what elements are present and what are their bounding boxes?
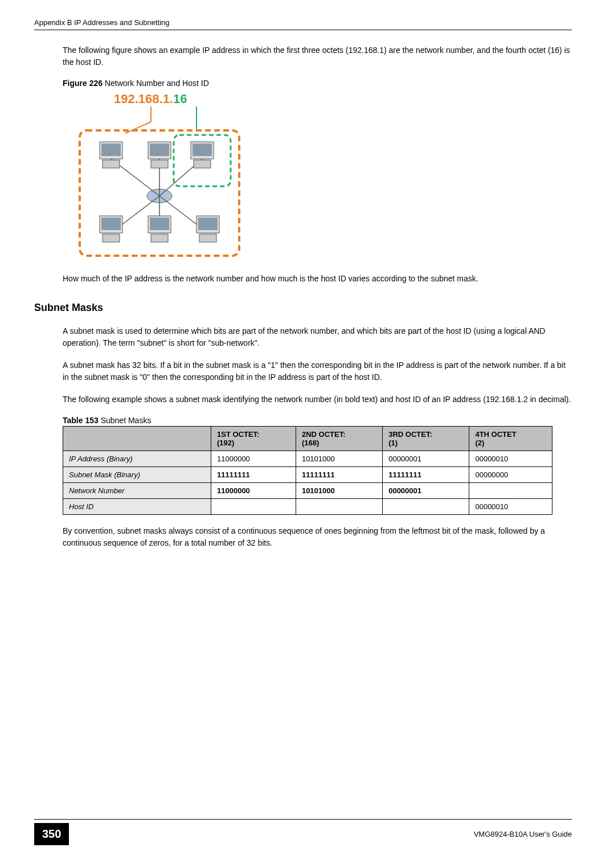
paragraph-5: The following example shows a subnet mas…	[63, 394, 572, 406]
paragraph-3: A subnet mask is used to determine which…	[63, 325, 572, 349]
header-appendix: Appendix B IP Addresses and Subnetting	[34, 18, 170, 27]
table-row-label: Host ID	[63, 499, 211, 515]
table-header-3rd: 3RD OCTET: (1)	[383, 427, 469, 451]
table-number: Table 153	[63, 416, 99, 425]
svg-rect-18	[151, 160, 168, 168]
computer-icon	[148, 142, 171, 168]
page-footer: 350 VMG8924-B10A User's Guide	[34, 819, 572, 845]
table-cell: 10101000	[296, 451, 382, 467]
diagram-svg: 192.168.1.16	[68, 91, 251, 261]
svg-rect-26	[150, 218, 169, 230]
network-diagram: 192.168.1.16	[68, 91, 251, 261]
svg-rect-15	[103, 160, 120, 168]
paragraph-4: A subnet mask has 32 bits. If a bit in t…	[63, 359, 572, 383]
svg-rect-20	[193, 144, 212, 156]
table-cell: 00000000	[469, 467, 552, 483]
table-caption: Table 153 Subnet Masks	[63, 416, 572, 425]
table-cell: 00000001	[383, 451, 469, 467]
table-cell: 11000000	[211, 451, 296, 467]
svg-rect-21	[194, 160, 211, 168]
ip-network-part: 192.168.1.	[114, 92, 173, 106]
svg-rect-17	[150, 144, 169, 156]
table-cell: 10101000	[296, 483, 382, 499]
footer-guide-name: VMG8924-B10A User's Guide	[474, 830, 572, 838]
figure-number: Figure 226	[63, 79, 103, 88]
paragraph-6: By convention, subnet masks always consi…	[63, 525, 572, 549]
table-cell: 11111111	[296, 467, 382, 483]
table-row-label: Network Number	[63, 483, 211, 499]
ip-host-part: 16	[173, 92, 187, 106]
table-cell: 00000001	[383, 483, 469, 499]
subnet-mask-table: 1ST OCTET: (192) 2ND OCTET: (168) 3RD OC…	[63, 426, 552, 515]
table-row: IP Address (Binary)110000001010100000000…	[63, 451, 552, 467]
page-number: 350	[34, 823, 69, 845]
svg-text:192.168.1.16: 192.168.1.16	[114, 92, 187, 106]
table-cell	[296, 499, 382, 515]
svg-rect-14	[101, 144, 121, 156]
section-heading-subnet-masks: Subnet Masks	[34, 302, 572, 314]
computer-icon	[196, 216, 219, 242]
computer-icon	[191, 142, 214, 168]
table-cell: 00000010	[469, 451, 552, 467]
table-cell: 11111111	[383, 467, 469, 483]
svg-line-2	[125, 122, 151, 133]
table-row: Host ID00000010	[63, 499, 552, 515]
svg-rect-29	[198, 218, 218, 230]
table-header-row: 1ST OCTET: (192) 2ND OCTET: (168) 3RD OC…	[63, 427, 552, 451]
table-header-2nd: 2ND OCTET: (168)	[296, 427, 382, 451]
table-cell	[469, 483, 552, 499]
table-cell: 00000010	[469, 499, 552, 515]
table-header-empty	[63, 427, 211, 451]
svg-rect-30	[199, 234, 216, 242]
table-row-label: IP Address (Binary)	[63, 451, 211, 467]
svg-rect-27	[151, 234, 168, 242]
paragraph-1: The following figure shows an example IP…	[63, 44, 572, 68]
paragraph-2: How much of the IP address is the networ…	[63, 273, 572, 285]
svg-rect-23	[101, 218, 121, 230]
table-header-1st: 1ST OCTET: (192)	[211, 427, 296, 451]
figure-caption: Figure 226 Network Number and Host ID	[63, 79, 572, 88]
computer-icon	[100, 216, 122, 242]
table-cell	[211, 499, 296, 515]
table-title: Subnet Masks	[99, 416, 152, 425]
table-row-label: Subnet Mask (Binary)	[63, 467, 211, 483]
table-cell: 11111111	[211, 467, 296, 483]
computer-icon	[148, 216, 171, 242]
table-row: Network Number110000001010100000000001	[63, 483, 552, 499]
table-row: Subnet Mask (Binary)11111111111111111111…	[63, 467, 552, 483]
computer-icon	[100, 142, 122, 168]
table-cell	[383, 499, 469, 515]
figure-title: Network Number and Host ID	[103, 79, 209, 88]
svg-rect-24	[103, 234, 120, 242]
table-cell: 11000000	[211, 483, 296, 499]
table-header-4th: 4TH OCTET (2)	[469, 427, 552, 451]
